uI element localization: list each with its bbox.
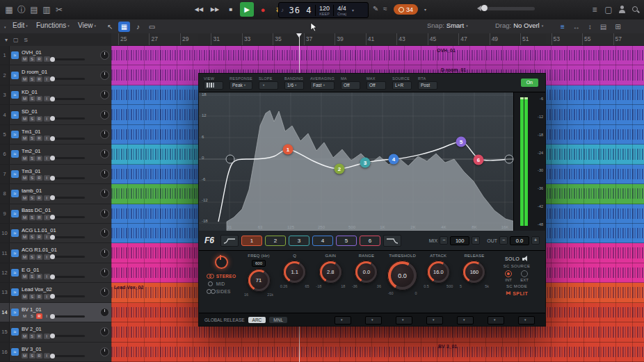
track-row[interactable]: 1 ≈ OVH_01 M S R I [0,46,111,65]
display-icon[interactable]: ▢ [602,4,615,15]
track-name[interactable]: D room_01 [22,69,99,75]
zoom-icon[interactable]: ≡ [561,23,565,31]
volume-slider[interactable] [53,157,85,159]
track-name[interactable]: BV 1_01 [22,306,99,313]
track-row[interactable]: 7 ≈ Tm3_01 M S R I [0,165,111,184]
mute-button[interactable]: M [22,175,28,181]
band-node[interactable]: 2 [335,164,345,174]
input-monitor-button[interactable]: I [44,254,50,260]
input-monitor-button[interactable]: I [44,116,50,122]
record-enable-button[interactable]: R [36,156,42,161]
mute-button[interactable]: M [22,254,28,260]
rewind-button[interactable]: ◀◀ [192,2,206,17]
mute-button[interactable]: M [22,274,28,279]
input-monitor-button[interactable]: I [44,96,50,101]
band-node[interactable]: 5 [456,137,467,147]
input-monitor-button[interactable]: I [44,274,50,279]
power-button[interactable] [215,256,228,269]
toolbar-icon[interactable]: ⓘ [15,4,28,15]
track-row[interactable]: 3 ≈ KD_01 M S R I [0,85,111,105]
band-node[interactable]: 3 [360,158,371,168]
tool-button[interactable]: ↖ [104,22,116,32]
tuner-icon[interactable]: ≈ [383,5,387,13]
record-enable-button[interactable]: R [36,175,42,181]
track-row[interactable]: 16 ≈ BV 3_01 M S R I [0,343,111,362]
mute-button[interactable]: M [22,353,28,359]
zoom-icon[interactable]: ↔ [573,23,580,31]
input-monitor-button[interactable]: I [44,156,50,161]
record-enable-button[interactable]: R [36,96,42,101]
functions-menu[interactable]: Functions▾ [36,22,70,29]
param-stepper[interactable] [488,316,504,324]
track-name[interactable]: ACG L1.01_01 [22,227,99,233]
band-node[interactable]: 4 [389,154,399,165]
pan-knob[interactable] [100,189,109,198]
track-row[interactable]: 8 ≈ tamb_01 M S R I [0,184,111,204]
search-icon[interactable] [631,6,640,14]
highpass-node[interactable] [226,155,235,164]
volume-slider[interactable] [53,276,85,278]
forward-button[interactable]: ▶▶ [208,2,222,17]
input-monitor-button[interactable]: I [44,215,50,220]
mute-button[interactable]: M [22,156,28,161]
solo-button[interactable]: S [29,313,35,319]
track-name[interactable]: Tm2_01 [22,148,99,154]
master-volume[interactable] [477,6,535,11]
solo-button[interactable]: S [29,135,35,141]
solo-button[interactable]: S [29,175,35,181]
play-button[interactable]: ▶ [240,2,254,17]
pan-knob[interactable] [100,51,109,60]
record-enable-button[interactable]: R [36,334,42,339]
solo-button[interactable]: S [29,234,35,240]
volume-slider[interactable] [53,295,85,297]
out-plus-button[interactable]: + [531,236,540,245]
pan-knob[interactable] [100,288,109,297]
lcd-display[interactable]: ♪ 36 4 120 KEEP 4/4 Cmaj ▾ [278,2,369,18]
playhead-marker[interactable] [296,33,302,38]
region-name[interactable]: D room_01 [441,67,466,72]
solo-button[interactable]: S [29,334,35,339]
mnl-button[interactable]: MNL [269,317,287,323]
volume-slider[interactable] [53,256,85,258]
band-select-button[interactable]: 6 [360,236,380,246]
input-monitor-button[interactable]: I [44,195,50,201]
region-name[interactable]: BV 3_01 [438,344,457,349]
setting-control[interactable]: L+R [392,81,412,90]
param-stepper[interactable] [396,316,412,324]
track-row[interactable]: 14 ≈ BV 1_01 M S R I [0,303,111,322]
volume-slider[interactable] [53,355,85,357]
record-enable-button[interactable]: R [36,56,42,62]
input-monitor-button[interactable]: I [44,313,50,319]
parameter-knob[interactable]: 2.8 [319,261,342,283]
setting-control[interactable]: ▾ [259,81,278,90]
track-name[interactable]: E G_01 [22,267,99,273]
toolbar-icon[interactable]: ▥ [40,4,53,15]
input-monitor-button[interactable]: I [44,175,50,181]
setting-control[interactable]: Post [418,81,437,90]
parameter-knob[interactable]: 1.1 [283,261,306,283]
toolbar-icon[interactable]: ✂ [53,4,65,15]
volume-slider[interactable] [53,315,85,318]
channel-mode-button[interactable]: STEREO [207,274,236,279]
input-monitor-button[interactable]: I [44,353,50,359]
zoom-icon[interactable]: ⊞ [615,23,620,31]
pan-knob[interactable] [100,170,109,179]
knob-display[interactable]: 600 [252,260,266,267]
solo-button[interactable]: S [29,353,35,359]
solo-button[interactable]: S [29,254,35,260]
mute-button[interactable]: M [22,234,28,240]
param-stepper[interactable] [518,316,535,324]
setting-control[interactable]: Fast ▾ [310,81,335,90]
band-select-button[interactable]: 4 [312,236,333,246]
volume-slider[interactable] [53,197,85,199]
global-tracks-icon[interactable]: ▾ [5,37,8,43]
track-row[interactable]: 2 ≈ D room_01 M S R I [0,65,111,85]
pan-knob[interactable] [100,347,109,356]
parameter-knob[interactable]: 71 [248,269,271,292]
drag-menu[interactable]: Drag: No Overl ▾ [495,22,543,29]
band-select-button[interactable]: 2 [265,236,286,246]
list-icon[interactable]: ≡ [588,4,601,15]
record-enable-button[interactable]: R [36,313,42,319]
zoom-icon[interactable]: ↕ [588,23,592,31]
record-enable-button[interactable]: R [36,116,42,122]
